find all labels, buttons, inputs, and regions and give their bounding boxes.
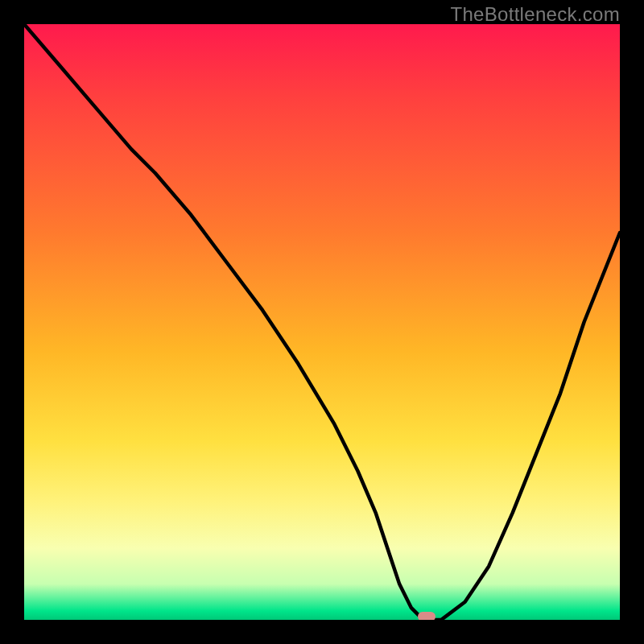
bottleneck-curve bbox=[24, 24, 620, 620]
watermark-text: TheBottleneck.com bbox=[450, 3, 620, 26]
chart-frame: TheBottleneck.com bbox=[0, 0, 644, 644]
plot-area bbox=[24, 24, 620, 620]
optimal-marker bbox=[418, 612, 436, 620]
